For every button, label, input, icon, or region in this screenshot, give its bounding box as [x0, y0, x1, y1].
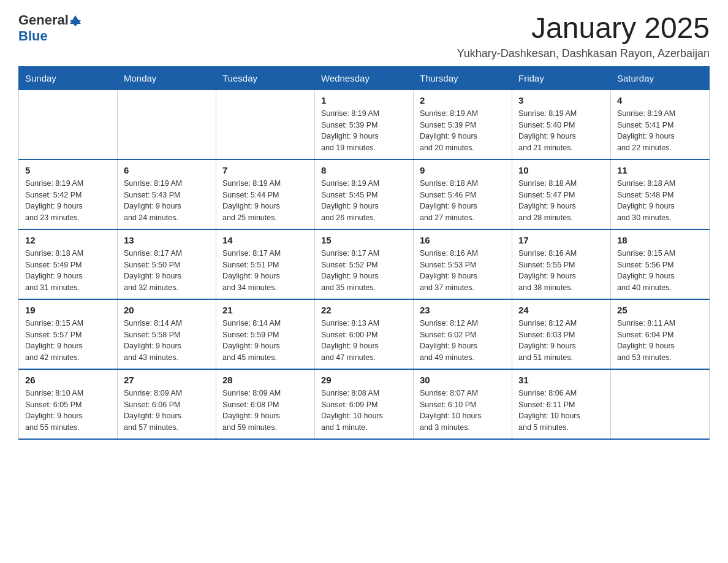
day-info: Sunrise: 8:19 AMSunset: 5:43 PMDaylight:…: [124, 178, 210, 224]
day-cell: 20Sunrise: 8:14 AMSunset: 5:58 PMDayligh…: [118, 299, 216, 369]
day-info: Sunrise: 8:12 AMSunset: 6:03 PMDaylight:…: [518, 318, 604, 364]
day-number: 9: [420, 165, 506, 175]
day-number: 13: [124, 235, 210, 245]
weekday-header-monday: Monday: [118, 66, 216, 90]
day-cell: 10Sunrise: 8:18 AMSunset: 5:47 PMDayligh…: [512, 159, 611, 229]
day-number: 14: [222, 235, 308, 245]
day-number: 17: [518, 235, 604, 245]
day-number: 30: [420, 375, 506, 385]
day-cell: 4Sunrise: 8:19 AMSunset: 5:41 PMDaylight…: [611, 90, 710, 159]
day-info: Sunrise: 8:12 AMSunset: 6:02 PMDaylight:…: [420, 318, 506, 364]
day-number: 10: [518, 165, 604, 175]
day-number: 20: [124, 305, 210, 315]
day-info: Sunrise: 8:17 AMSunset: 5:50 PMDaylight:…: [124, 248, 210, 294]
day-info: Sunrise: 8:16 AMSunset: 5:53 PMDaylight:…: [420, 248, 506, 294]
day-number: 29: [321, 375, 407, 385]
day-number: 31: [518, 375, 604, 385]
day-cell: [611, 369, 710, 439]
day-number: 22: [321, 305, 407, 315]
location-subtitle: Yukhary-Dashkesan, Dashkasan Rayon, Azer…: [457, 47, 710, 60]
day-info: Sunrise: 8:11 AMSunset: 6:04 PMDaylight:…: [617, 318, 703, 364]
week-row-5: 26Sunrise: 8:10 AMSunset: 6:05 PMDayligh…: [19, 369, 710, 439]
day-number: 19: [25, 305, 111, 315]
day-cell: 13Sunrise: 8:17 AMSunset: 5:50 PMDayligh…: [118, 229, 216, 299]
day-number: 25: [617, 305, 703, 315]
logo-general-text: General: [18, 12, 69, 28]
day-cell: [118, 90, 216, 159]
day-info: Sunrise: 8:14 AMSunset: 5:59 PMDaylight:…: [222, 318, 308, 364]
day-info: Sunrise: 8:18 AMSunset: 5:49 PMDaylight:…: [25, 248, 111, 294]
day-cell: [19, 90, 118, 159]
day-info: Sunrise: 8:18 AMSunset: 5:47 PMDaylight:…: [518, 178, 604, 224]
day-number: 2: [420, 95, 506, 105]
day-cell: 17Sunrise: 8:16 AMSunset: 5:55 PMDayligh…: [512, 229, 611, 299]
day-info: Sunrise: 8:19 AMSunset: 5:41 PMDaylight:…: [617, 108, 703, 154]
day-info: Sunrise: 8:18 AMSunset: 5:46 PMDaylight:…: [420, 178, 506, 224]
day-info: Sunrise: 8:19 AMSunset: 5:39 PMDaylight:…: [420, 108, 506, 154]
day-number: 21: [222, 305, 308, 315]
day-number: 28: [222, 375, 308, 385]
day-cell: 1Sunrise: 8:19 AMSunset: 5:39 PMDaylight…: [315, 90, 414, 159]
day-cell: 30Sunrise: 8:07 AMSunset: 6:10 PMDayligh…: [414, 369, 512, 439]
day-cell: 3Sunrise: 8:19 AMSunset: 5:40 PMDaylight…: [512, 90, 611, 159]
day-cell: 9Sunrise: 8:18 AMSunset: 5:46 PMDaylight…: [414, 159, 512, 229]
day-info: Sunrise: 8:15 AMSunset: 5:57 PMDaylight:…: [25, 318, 111, 364]
day-number: 12: [25, 235, 111, 245]
week-row-4: 19Sunrise: 8:15 AMSunset: 5:57 PMDayligh…: [19, 299, 710, 369]
day-number: 7: [222, 165, 308, 175]
day-cell: 24Sunrise: 8:12 AMSunset: 6:03 PMDayligh…: [512, 299, 611, 369]
day-cell: 31Sunrise: 8:06 AMSunset: 6:11 PMDayligh…: [512, 369, 611, 439]
day-cell: 16Sunrise: 8:16 AMSunset: 5:53 PMDayligh…: [414, 229, 512, 299]
day-info: Sunrise: 8:06 AMSunset: 6:11 PMDaylight:…: [518, 388, 604, 434]
day-cell: 15Sunrise: 8:17 AMSunset: 5:52 PMDayligh…: [315, 229, 414, 299]
day-cell: 25Sunrise: 8:11 AMSunset: 6:04 PMDayligh…: [611, 299, 710, 369]
day-info: Sunrise: 8:07 AMSunset: 6:10 PMDaylight:…: [420, 388, 506, 434]
day-cell: 18Sunrise: 8:15 AMSunset: 5:56 PMDayligh…: [611, 229, 710, 299]
day-info: Sunrise: 8:19 AMSunset: 5:40 PMDaylight:…: [518, 108, 604, 154]
day-cell: 6Sunrise: 8:19 AMSunset: 5:43 PMDaylight…: [118, 159, 216, 229]
day-info: Sunrise: 8:08 AMSunset: 6:09 PMDaylight:…: [321, 388, 407, 434]
day-info: Sunrise: 8:19 AMSunset: 5:45 PMDaylight:…: [321, 178, 407, 224]
weekday-header-sunday: Sunday: [19, 66, 118, 90]
day-cell: 5Sunrise: 8:19 AMSunset: 5:42 PMDaylight…: [19, 159, 118, 229]
week-row-2: 5Sunrise: 8:19 AMSunset: 5:42 PMDaylight…: [19, 159, 710, 229]
day-cell: [216, 90, 315, 159]
day-cell: 19Sunrise: 8:15 AMSunset: 5:57 PMDayligh…: [19, 299, 118, 369]
day-cell: 8Sunrise: 8:19 AMSunset: 5:45 PMDaylight…: [315, 159, 414, 229]
day-cell: 26Sunrise: 8:10 AMSunset: 6:05 PMDayligh…: [19, 369, 118, 439]
day-cell: 11Sunrise: 8:18 AMSunset: 5:48 PMDayligh…: [611, 159, 710, 229]
day-number: 11: [617, 165, 703, 175]
day-info: Sunrise: 8:15 AMSunset: 5:56 PMDaylight:…: [617, 248, 703, 294]
day-cell: 12Sunrise: 8:18 AMSunset: 5:49 PMDayligh…: [19, 229, 118, 299]
day-cell: 21Sunrise: 8:14 AMSunset: 5:59 PMDayligh…: [216, 299, 315, 369]
logo-blue-text: Blue: [18, 28, 48, 44]
day-cell: 27Sunrise: 8:09 AMSunset: 6:06 PMDayligh…: [118, 369, 216, 439]
day-number: 6: [124, 165, 210, 175]
day-number: 16: [420, 235, 506, 245]
day-number: 26: [25, 375, 111, 385]
day-info: Sunrise: 8:09 AMSunset: 6:08 PMDaylight:…: [222, 388, 308, 434]
day-info: Sunrise: 8:19 AMSunset: 5:39 PMDaylight:…: [321, 108, 407, 154]
day-number: 24: [518, 305, 604, 315]
week-row-1: 1Sunrise: 8:19 AMSunset: 5:39 PMDaylight…: [19, 90, 710, 159]
day-cell: 23Sunrise: 8:12 AMSunset: 6:02 PMDayligh…: [414, 299, 512, 369]
day-info: Sunrise: 8:10 AMSunset: 6:05 PMDaylight:…: [25, 388, 111, 434]
day-info: Sunrise: 8:17 AMSunset: 5:51 PMDaylight:…: [222, 248, 308, 294]
day-number: 1: [321, 95, 407, 105]
day-number: 3: [518, 95, 604, 105]
day-info: Sunrise: 8:17 AMSunset: 5:52 PMDaylight:…: [321, 248, 407, 294]
day-cell: 22Sunrise: 8:13 AMSunset: 6:00 PMDayligh…: [315, 299, 414, 369]
day-cell: 28Sunrise: 8:09 AMSunset: 6:08 PMDayligh…: [216, 369, 315, 439]
weekday-header-friday: Friday: [512, 66, 611, 90]
day-info: Sunrise: 8:19 AMSunset: 5:42 PMDaylight:…: [25, 178, 111, 224]
day-info: Sunrise: 8:16 AMSunset: 5:55 PMDaylight:…: [518, 248, 604, 294]
day-number: 23: [420, 305, 506, 315]
logo: General Blue: [18, 12, 81, 44]
weekday-header-tuesday: Tuesday: [216, 66, 315, 90]
day-info: Sunrise: 8:13 AMSunset: 6:00 PMDaylight:…: [321, 318, 407, 364]
day-number: 4: [617, 95, 703, 105]
title-block: January 2025 Yukhary-Dashkesan, Dashkasa…: [457, 12, 710, 60]
week-row-3: 12Sunrise: 8:18 AMSunset: 5:49 PMDayligh…: [19, 229, 710, 299]
weekday-header-wednesday: Wednesday: [315, 66, 414, 90]
weekday-header-thursday: Thursday: [414, 66, 512, 90]
